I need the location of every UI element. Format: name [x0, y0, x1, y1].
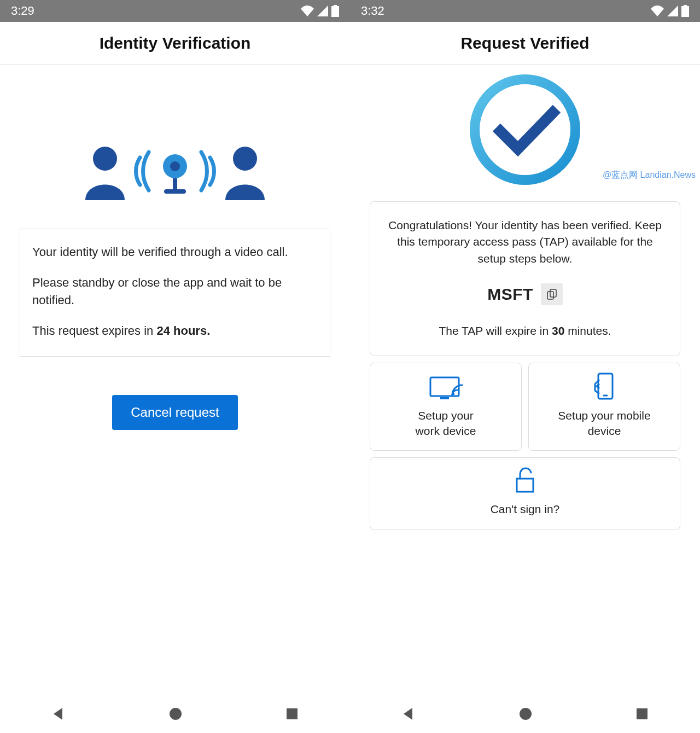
page-title: Identity Verification — [100, 34, 251, 53]
svg-point-17 — [452, 393, 454, 395]
status-bar: 3:32 — [350, 0, 700, 22]
svg-rect-0 — [331, 6, 339, 17]
page-title: Request Verified — [460, 34, 589, 53]
battery-icon — [331, 5, 339, 17]
setup-mobile-device-tile[interactable]: Setup your mobile device — [528, 363, 680, 451]
tap-code: MSFT — [487, 282, 533, 306]
person-icon — [85, 147, 125, 200]
svg-rect-15 — [430, 377, 459, 396]
svg-point-7 — [233, 147, 257, 171]
svg-rect-9 — [287, 708, 298, 719]
phone-request-verified: 3:32 Request Verified @蓝点网 Landian.News — [350, 0, 700, 733]
nav-back-icon[interactable] — [401, 707, 416, 721]
status-icons — [651, 5, 689, 17]
svg-rect-11 — [684, 5, 687, 6]
info-line-2: Please standby or close the app and wait… — [32, 274, 318, 309]
status-time: 3:32 — [361, 4, 384, 18]
android-nav-bar — [0, 695, 350, 733]
battery-icon — [681, 5, 689, 17]
verified-card: Congratulations! Your identity has been … — [370, 201, 680, 356]
checkmark-circle-icon — [468, 72, 582, 187]
svg-rect-10 — [681, 6, 689, 17]
info-card: Your identity will be verified through a… — [20, 229, 330, 357]
svg-rect-6 — [164, 189, 186, 194]
tile-label: Setup your mobile device — [534, 408, 674, 438]
wifi-icon — [301, 5, 314, 16]
nav-recent-icon[interactable] — [285, 707, 299, 720]
tap-row: MSFT — [382, 282, 668, 306]
nav-back-icon[interactable] — [51, 707, 66, 721]
setup-work-device-tile[interactable]: Setup your work device — [370, 363, 522, 451]
person-icon — [225, 147, 265, 200]
congrats-text: Congratulations! Your identity has been … — [382, 217, 668, 267]
info-line-3: This request expires in 24 hours. — [32, 322, 318, 340]
app-header: Request Verified — [350, 22, 700, 65]
cancel-request-button[interactable]: Cancel request — [112, 395, 237, 430]
phone-hand-icon — [592, 372, 617, 400]
copy-tap-button[interactable] — [541, 283, 563, 305]
cell-signal-icon — [667, 5, 678, 16]
tap-expire-text: The TAP will expire in 30 minutes. — [382, 323, 668, 339]
svg-rect-5 — [173, 178, 177, 190]
video-call-illustration — [20, 136, 330, 201]
copy-icon — [547, 289, 557, 300]
phone-identity-verification: 3:29 Identity Verification — [0, 0, 350, 733]
svg-rect-1 — [334, 5, 337, 6]
unlock-icon — [514, 467, 536, 494]
status-bar: 3:29 — [0, 0, 350, 22]
cant-sign-in-tile[interactable]: Can't sign in? — [370, 457, 680, 530]
wifi-icon — [651, 5, 664, 16]
info-line-1: Your identity will be verified through a… — [32, 243, 318, 261]
status-icons — [301, 5, 339, 17]
monitor-cast-icon — [428, 375, 463, 400]
cell-signal-icon — [317, 5, 328, 16]
signal-waves-icon — [201, 152, 214, 190]
android-nav-bar — [350, 695, 700, 733]
nav-home-icon[interactable] — [518, 707, 533, 721]
svg-rect-20 — [517, 479, 533, 492]
svg-point-12 — [475, 79, 575, 180]
signal-waves-icon — [136, 152, 149, 190]
watermark-text: @蓝点网 Landian.News — [603, 170, 696, 181]
svg-point-2 — [93, 147, 117, 171]
app-header: Identity Verification — [0, 22, 350, 65]
svg-rect-22 — [637, 708, 648, 719]
svg-point-4 — [170, 161, 180, 171]
svg-point-21 — [520, 708, 532, 720]
svg-rect-16 — [440, 397, 449, 399]
nav-home-icon[interactable] — [168, 707, 183, 721]
tile-label: Can't sign in? — [376, 502, 674, 516]
tile-label: Setup your work device — [376, 408, 516, 438]
status-time: 3:29 — [11, 4, 34, 18]
svg-point-8 — [170, 708, 182, 720]
webcam-icon — [163, 154, 187, 194]
nav-recent-icon[interactable] — [635, 707, 649, 720]
